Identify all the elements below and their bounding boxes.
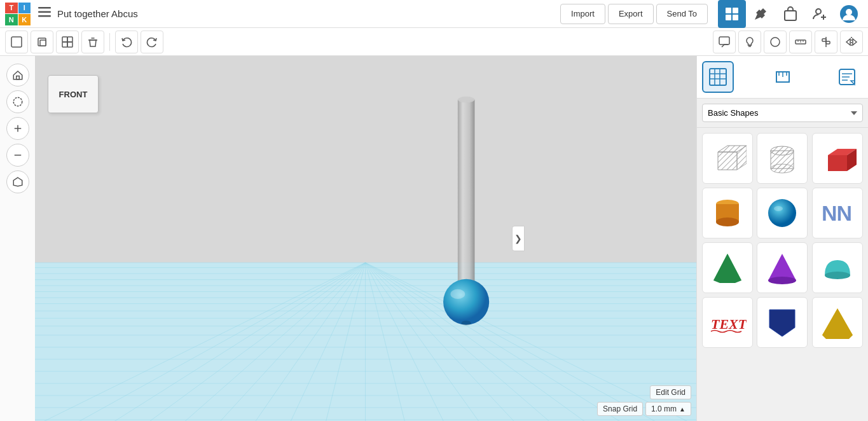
svg-rect-2	[38, 15, 51, 17]
svg-point-8	[816, 9, 821, 14]
svg-rect-20	[719, 37, 729, 45]
notes-panel-btn[interactable]	[831, 61, 863, 93]
grid-panel-btn[interactable]	[702, 61, 734, 93]
right-panel: Basic Shapes Letters Math Animals Space	[696, 56, 868, 421]
left-panel	[0, 56, 35, 421]
scene-svg	[35, 56, 696, 421]
snap-grid-label: Snap Grid	[597, 402, 643, 416]
assets-nav-btn[interactable]	[776, 0, 804, 28]
design-nav-btn[interactable]	[747, 0, 775, 28]
zoom-out-btn[interactable]	[6, 144, 29, 167]
grid-view-nav-btn[interactable]	[718, 0, 746, 28]
shape-cylinder-hole[interactable]	[757, 133, 808, 184]
shape-cone[interactable]	[757, 242, 808, 293]
svg-rect-88	[710, 69, 726, 85]
svg-rect-1	[38, 11, 51, 13]
right-panel-top	[697, 56, 868, 99]
logo-k: K	[18, 14, 31, 25]
svg-rect-34	[16, 76, 19, 79]
svg-point-107	[771, 164, 794, 173]
svg-point-12	[846, 9, 852, 15]
svg-marker-123	[769, 310, 795, 336]
shape-pyramid-green[interactable]	[702, 242, 753, 293]
shapes-dropdown-area: Basic Shapes Letters Math Animals Space	[697, 99, 868, 128]
shape-box[interactable]	[812, 133, 863, 184]
export-button[interactable]: Export	[608, 4, 654, 24]
collapse-panel-btn[interactable]: ❯	[512, 226, 525, 251]
action-buttons: Import Export Send To	[560, 4, 708, 24]
nav-icons	[718, 0, 863, 28]
svg-point-114	[768, 199, 796, 227]
delete-btn[interactable]	[81, 31, 104, 53]
snap-grid-row: Snap Grid 1.0 mm ▲	[597, 402, 691, 416]
shape-toolbar-btn[interactable]	[764, 31, 787, 53]
svg-rect-6	[733, 15, 738, 20]
shapes-dropdown[interactable]: Basic Shapes Letters Math Animals Space	[702, 104, 863, 122]
main-content: FRONT ❯ Edit Grid Snap Grid 1.0 mm ▲	[0, 56, 868, 421]
svg-rect-19	[67, 42, 72, 47]
logo-n: N	[5, 14, 18, 25]
project-title-area: Put together Abcus	[36, 4, 555, 23]
shape-box-hole[interactable]	[702, 133, 753, 184]
svg-point-35	[13, 97, 22, 106]
import-button[interactable]: Import	[560, 4, 605, 24]
svg-text:NN: NN	[822, 201, 851, 225]
new-shape-btn[interactable]	[5, 31, 28, 53]
svg-marker-33	[853, 39, 857, 45]
svg-rect-18	[62, 42, 67, 47]
copy-btn[interactable]	[31, 31, 53, 53]
profile-nav-btn[interactable]	[835, 0, 863, 28]
svg-point-86	[450, 289, 465, 299]
shape-squiggle[interactable]: NN	[812, 188, 863, 238]
shape-pyramid-yellow[interactable]	[812, 297, 863, 348]
svg-point-84	[458, 97, 475, 102]
svg-point-85	[443, 279, 489, 325]
edit-grid-btn[interactable]: Edit Grid	[650, 385, 691, 399]
svg-rect-13	[11, 37, 22, 47]
shapes-grid: NN	[697, 128, 868, 353]
redo-btn[interactable]	[141, 31, 163, 53]
svg-rect-5	[726, 15, 731, 20]
shape-roof[interactable]	[812, 242, 863, 293]
front-label: FRONT	[48, 75, 99, 113]
logo-t: T	[5, 3, 18, 14]
toolbar	[0, 28, 868, 56]
svg-point-121	[825, 272, 850, 279]
viewport[interactable]: FRONT ❯ Edit Grid Snap Grid 1.0 mm ▲	[35, 56, 696, 421]
snap-value-btn[interactable]: 1.0 mm ▲	[645, 402, 691, 416]
duplicate-btn[interactable]	[56, 31, 79, 53]
snap-dropdown-icon: ▲	[679, 406, 685, 413]
svg-rect-17	[67, 37, 72, 42]
perspective-btn[interactable]	[6, 170, 29, 193]
svg-marker-118	[713, 254, 741, 283]
select-circle-btn[interactable]	[6, 90, 29, 113]
ruler-panel-btn[interactable]	[767, 61, 799, 93]
svg-rect-40	[35, 56, 696, 263]
svg-rect-3	[726, 8, 731, 13]
svg-point-23	[771, 38, 780, 46]
undo-btn[interactable]	[115, 31, 138, 53]
shape-sphere[interactable]	[757, 188, 808, 238]
lightbulb-toolbar-btn[interactable]	[738, 31, 761, 53]
svg-marker-39	[13, 177, 22, 186]
send-to-button[interactable]: Send To	[656, 4, 708, 24]
shape-star[interactable]	[757, 297, 808, 348]
svg-rect-16	[62, 37, 67, 42]
hamburger-icon[interactable]	[36, 4, 53, 23]
logo[interactable]: T I N K	[5, 3, 31, 25]
ruler-toolbar-btn[interactable]	[789, 31, 812, 53]
svg-point-120	[768, 277, 796, 284]
shape-text[interactable]: TEXT	[702, 297, 753, 348]
align-toolbar-btn[interactable]	[815, 31, 837, 53]
zoom-in-btn[interactable]	[6, 117, 29, 140]
home-view-btn[interactable]	[6, 64, 29, 86]
shape-cylinder[interactable]	[702, 188, 753, 238]
svg-point-87	[462, 321, 471, 326]
add-user-nav-btn[interactable]	[806, 0, 834, 28]
annotation-toolbar-btn[interactable]	[713, 31, 736, 53]
svg-marker-32	[846, 39, 850, 45]
mirror-toolbar-btn[interactable]	[840, 31, 863, 53]
svg-rect-4	[733, 8, 738, 13]
project-title: Put together Abcus	[57, 8, 138, 19]
snap-value-text: 1.0 mm	[651, 404, 677, 413]
